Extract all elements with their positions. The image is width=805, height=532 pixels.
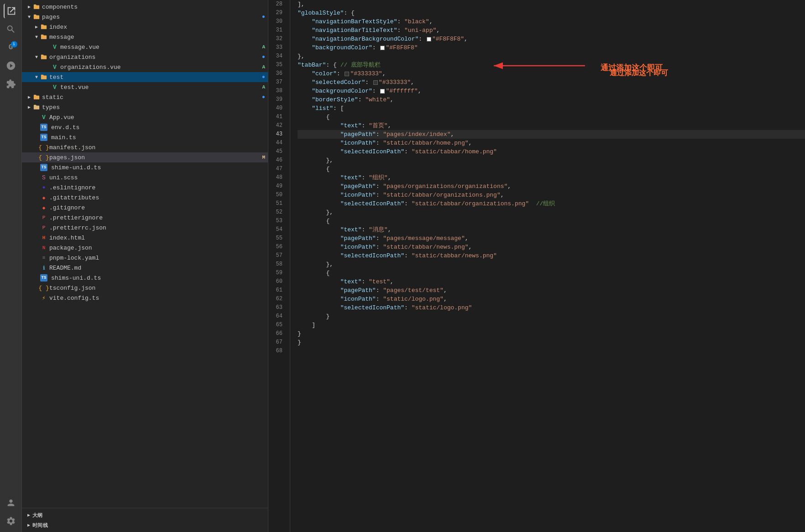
arrow-icon: ▼ bbox=[26, 13, 33, 21]
file-name-test: test bbox=[49, 74, 262, 81]
code-line-47: { bbox=[298, 165, 805, 173]
modified-dot: ● bbox=[262, 74, 265, 80]
tree-item-pages[interactable]: ▼ pages ● bbox=[22, 12, 268, 22]
vue-icon: V bbox=[40, 114, 47, 121]
tree-item-gitignore[interactable]: ◆ .gitignore bbox=[22, 203, 268, 213]
search-icon[interactable] bbox=[4, 22, 18, 37]
line-num-46: 46 bbox=[268, 156, 286, 165]
arrow-icon: ▶ bbox=[26, 104, 33, 111]
debug-icon[interactable] bbox=[4, 58, 18, 73]
json-icon: { } bbox=[40, 154, 47, 161]
file-name-app-vue: App.vue bbox=[49, 114, 268, 121]
file-name-main-ts: main.ts bbox=[51, 134, 268, 141]
modified-badge: M bbox=[262, 155, 265, 160]
line-num-60: 60 bbox=[268, 277, 286, 286]
tree-item-pages-json[interactable]: { } pages.json M bbox=[22, 152, 268, 162]
tree-item-message-vue[interactable]: V message.vue A bbox=[22, 42, 268, 52]
spacer bbox=[33, 184, 40, 191]
tree-item-test[interactable]: ▼ test ● bbox=[22, 72, 268, 82]
tree-item-uni-scss[interactable]: S uni.scss bbox=[22, 172, 268, 183]
file-name-types: types bbox=[42, 104, 268, 111]
spacer bbox=[33, 134, 40, 141]
file-name-tsconfig-json: tsconfig.json bbox=[49, 285, 268, 292]
tree-item-vite-config-ts[interactable]: ⚡ vite.config.ts bbox=[22, 293, 268, 303]
html-icon: H bbox=[40, 234, 47, 241]
tree-item-organizations-vue[interactable]: V organizations.vue A bbox=[22, 62, 268, 72]
tree-item-manifest-json[interactable]: { } manifest.json bbox=[22, 142, 268, 152]
vue-icon: V bbox=[51, 83, 58, 91]
vue-icon: V bbox=[51, 43, 58, 51]
tree-item-organizations[interactable]: ▼ organizations ● bbox=[22, 52, 268, 62]
tree-item-app-vue[interactable]: V App.vue bbox=[22, 112, 268, 122]
tree-item-test-vue[interactable]: V test.vue A bbox=[22, 82, 268, 92]
timeline-panel-header[interactable]: ▶ 时间线 bbox=[22, 520, 268, 530]
tree-item-package-json[interactable]: N package.json bbox=[22, 243, 268, 253]
activity-bar: G 1 bbox=[0, 0, 22, 532]
outline-panel-header[interactable]: ▶ 大纲 bbox=[22, 510, 268, 520]
spacer bbox=[33, 234, 40, 241]
modified-dot: ● bbox=[262, 94, 265, 100]
tree-item-tsconfig-json[interactable]: { } tsconfig.json bbox=[22, 283, 268, 293]
tree-item-message[interactable]: ▼ message bbox=[22, 32, 268, 42]
file-name-shime-uni-d-ts: shime-uni.d.ts bbox=[51, 164, 268, 171]
code-line-33: "backgroundColor": "#F8F8F8" bbox=[298, 43, 805, 52]
file-name-gitignore: .gitignore bbox=[49, 204, 268, 211]
explorer-icon[interactable] bbox=[4, 4, 18, 18]
scss-icon: S bbox=[40, 174, 47, 181]
account-icon[interactable] bbox=[4, 495, 18, 510]
folder-icon bbox=[33, 94, 40, 101]
prettier-icon: P bbox=[40, 224, 47, 231]
code-line-41: { bbox=[298, 113, 805, 121]
code-line-34: }, bbox=[298, 52, 805, 61]
line-num-51: 51 bbox=[268, 199, 286, 208]
line-num-50: 50 bbox=[268, 191, 286, 199]
sidebar-bottom-icons bbox=[4, 495, 18, 532]
line-num-31: 31 bbox=[268, 26, 286, 35]
git-file-icon: ◆ bbox=[40, 194, 47, 201]
tree-item-index-html[interactable]: H index.html bbox=[22, 233, 268, 243]
arrow-icon: ▶ bbox=[26, 94, 33, 101]
tree-item-pnpm-lock-yaml[interactable]: ≡ pnpm-lock.yaml bbox=[22, 253, 268, 263]
line-num-36: 36 bbox=[268, 69, 286, 78]
code-lines: ], "globalStyle": { "navigationBarTextSt… bbox=[290, 0, 805, 532]
code-line-38: "backgroundColor": "#ffffff", bbox=[298, 87, 805, 95]
added-badge: A bbox=[262, 44, 265, 50]
line-num-62: 62 bbox=[268, 295, 286, 303]
line-num-53: 53 bbox=[268, 217, 286, 225]
folder-icon bbox=[40, 53, 47, 61]
extensions-icon[interactable] bbox=[4, 77, 18, 91]
file-name-vite-config-ts: vite.config.ts bbox=[49, 295, 268, 302]
file-name-test-vue: test.vue bbox=[60, 84, 262, 91]
tree-item-prettierignore[interactable]: P .prettierignore bbox=[22, 213, 268, 223]
file-name-organizations: organizations bbox=[49, 54, 262, 61]
file-name-gitattributes: .gitattributes bbox=[49, 194, 268, 201]
code-line-40: "list": [ bbox=[298, 104, 805, 113]
tree-item-index[interactable]: ▶ index bbox=[22, 22, 268, 32]
tree-item-shims-uni-d-ts[interactable]: TS shims-uni.d.ts bbox=[22, 273, 268, 283]
tree-item-components[interactable]: ▶ components bbox=[22, 2, 268, 12]
tree-item-readme-md[interactable]: ℹ README.md bbox=[22, 263, 268, 273]
settings-icon[interactable] bbox=[4, 514, 18, 528]
spacer bbox=[44, 63, 51, 71]
tree-item-gitattributes[interactable]: ◆ .gitattributes bbox=[22, 193, 268, 203]
tree-item-eslintignore[interactable]: ● .eslintignore bbox=[22, 183, 268, 193]
git-icon[interactable]: G 1 bbox=[4, 40, 18, 55]
tree-item-env-d-ts[interactable]: TS env.d.ts bbox=[22, 122, 268, 132]
line-num-66: 66 bbox=[268, 329, 286, 338]
tree-item-static[interactable]: ▶ static ● bbox=[22, 92, 268, 102]
tree-item-prettierrc-json[interactable]: P .prettierrc.json bbox=[22, 223, 268, 233]
file-name-uni-scss: uni.scss bbox=[49, 174, 268, 181]
code-line-30: "navigationBarTextStyle": "black", bbox=[298, 17, 805, 26]
code-line-59: { bbox=[298, 269, 805, 277]
tree-item-types[interactable]: ▶ types bbox=[22, 102, 268, 112]
left-panel: G 1 bbox=[0, 0, 268, 532]
spacer bbox=[33, 204, 40, 211]
spacer bbox=[33, 214, 40, 221]
tree-item-shime-uni-d-ts[interactable]: TS shime-uni.d.ts bbox=[22, 162, 268, 172]
file-name-pnpm-lock-yaml: pnpm-lock.yaml bbox=[49, 255, 268, 261]
spacer bbox=[33, 224, 40, 231]
line-num-42: 42 bbox=[268, 121, 286, 130]
line-num-38: 38 bbox=[268, 87, 286, 95]
line-num-63: 63 bbox=[268, 303, 286, 312]
tree-item-main-ts[interactable]: TS main.ts bbox=[22, 132, 268, 142]
